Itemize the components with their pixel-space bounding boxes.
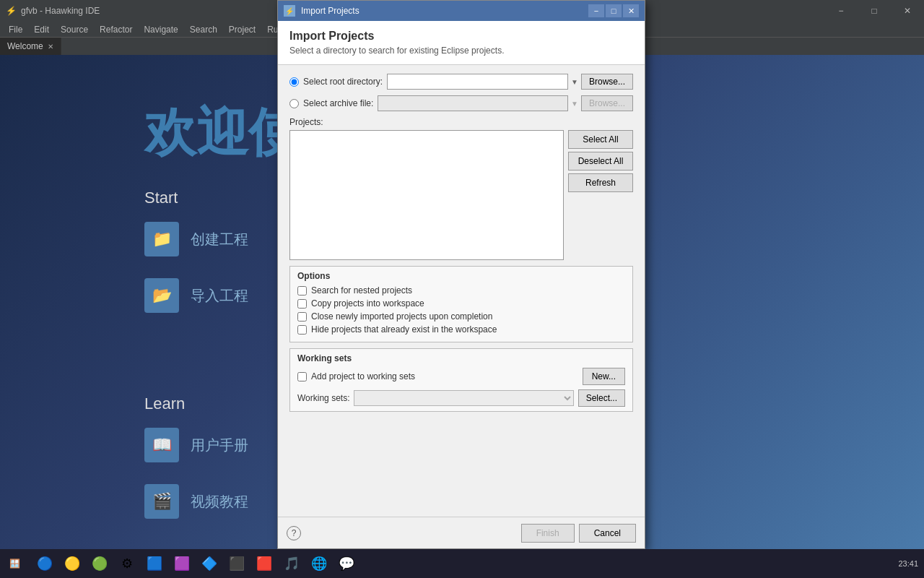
projects-list[interactable] [289,130,564,260]
taskbar-icons: 🔵 🟡 🟢 ⚙ 🟦 🟪 🔷 ⬛ 🟥 🎵 🌐 💬 [29,551,892,577]
select-working-set-button[interactable]: Select... [578,389,625,407]
taskbar-icon-6[interactable]: 🟪 [169,551,195,577]
dialog-maximize-button[interactable]: □ [606,4,622,17]
footer-buttons: Finish Cancel [521,524,636,543]
archive-file-row: Select archive file: ▼ Browse... [289,95,633,111]
taskbar-icon-1[interactable]: 🔵 [32,551,58,577]
projects-buttons: Select All Deselect All Refresh [568,130,633,260]
options-title: Options [297,271,625,281]
options-section: Options Search for nested projects Copy … [289,266,633,342]
nested-projects-checkbox[interactable] [297,286,307,296]
working-sets-row: Working sets: Select... [297,389,625,407]
radio-archive-file[interactable] [289,99,299,108]
add-to-working-sets-label: Add project to working sets [311,371,415,381]
dialog-content: Select root directory: ▼ Browse... Selec… [278,65,645,517]
working-sets-combo[interactable] [354,390,573,406]
taskbar-icon-3[interactable]: 🟢 [87,551,113,577]
root-dir-input-row: ▼ Browse... [387,74,633,90]
help-button[interactable]: ? [287,526,301,540]
radio-archive-label: Select archive file: [303,98,373,108]
root-browse-button[interactable]: Browse... [581,74,633,90]
dialog-close-button[interactable]: ✕ [623,4,639,17]
copy-projects-row: Copy projects into workspace [297,298,625,309]
dialog-body: Import Projects Select a directory to se… [278,21,645,548]
taskbar-icon-11[interactable]: 🌐 [306,551,332,577]
dialog-title-icon: ⚡ [284,5,295,17]
close-projects-label: Close newly imported projects upon compl… [311,311,492,322]
dialog-title-text: Import Projects [301,6,588,16]
nested-projects-label: Search for nested projects [311,285,412,296]
taskbar-icon-7[interactable]: 🔷 [196,551,222,577]
working-sets-title: Working sets [297,353,625,363]
root-directory-input[interactable] [387,74,568,90]
close-projects-checkbox[interactable] [297,312,307,322]
root-directory-row: Select root directory: ▼ Browse... [289,74,633,90]
archive-file-input[interactable] [378,95,568,111]
taskbar-icon-10[interactable]: 🎵 [279,551,305,577]
taskbar-right: 23:41 [892,559,924,568]
projects-label: Projects: [289,117,633,127]
taskbar: 🪟 🔵 🟡 🟢 ⚙ 🟦 🟪 🔷 ⬛ 🟥 🎵 🌐 💬 23:41 [0,549,924,578]
dialog-header-title: Import Projects [289,30,633,43]
dialog-header-subtitle: Select a directory to search for existin… [289,46,633,56]
radio-root-directory[interactable] [289,77,299,87]
hide-projects-checkbox[interactable] [297,325,307,335]
hide-projects-label: Hide projects that already exist in the … [311,324,497,335]
import-projects-dialog: ⚡ Import Projects − □ ✕ Import Projects … [277,0,645,549]
add-to-working-sets-checkbox[interactable] [297,372,307,381]
taskbar-time: 23:41 [898,559,918,568]
taskbar-icon-8[interactable]: ⬛ [224,551,250,577]
cancel-button[interactable]: Cancel [579,524,636,543]
deselect-all-button[interactable]: Deselect All [568,152,633,171]
refresh-button[interactable]: Refresh [568,173,633,192]
taskbar-icon-2[interactable]: 🟡 [59,551,85,577]
finish-button[interactable]: Finish [521,524,575,543]
start-button[interactable]: 🪟 [0,549,29,578]
dialog-footer: ? Finish Cancel [278,517,645,548]
dialog-header: Import Projects Select a directory to se… [278,21,645,65]
dialog-titlebar: ⚡ Import Projects − □ ✕ [278,1,645,21]
projects-row: Select All Deselect All Refresh [289,130,633,260]
archive-browse-button[interactable]: Browse... [581,95,633,111]
working-sets-label: Working sets: [297,393,349,403]
dialog-window-buttons: − □ ✕ [588,4,639,17]
taskbar-icon-4[interactable]: ⚙ [114,551,140,577]
new-working-set-button[interactable]: New... [583,368,625,385]
taskbar-icon-12[interactable]: 💬 [334,551,359,577]
close-projects-row: Close newly imported projects upon compl… [297,311,625,322]
working-sets-add-row: Add project to working sets New... [297,368,625,385]
copy-projects-label: Copy projects into workspace [311,298,424,309]
nested-projects-row: Search for nested projects [297,285,625,296]
dialog-minimize-button[interactable]: − [588,4,604,17]
taskbar-icon-5[interactable]: 🟦 [141,551,167,577]
hide-projects-row: Hide projects that already exist in the … [297,324,625,335]
archive-dir-input-row: ▼ Browse... [378,95,633,111]
taskbar-icon-9[interactable]: 🟥 [251,551,277,577]
copy-projects-checkbox[interactable] [297,299,307,309]
dialog-overlay: ⚡ Import Projects − □ ✕ Import Projects … [0,0,924,578]
working-sets-section: Working sets Add project to working sets… [289,348,633,412]
radio-root-label: Select root directory: [303,77,383,87]
select-all-button[interactable]: Select All [568,130,633,149]
